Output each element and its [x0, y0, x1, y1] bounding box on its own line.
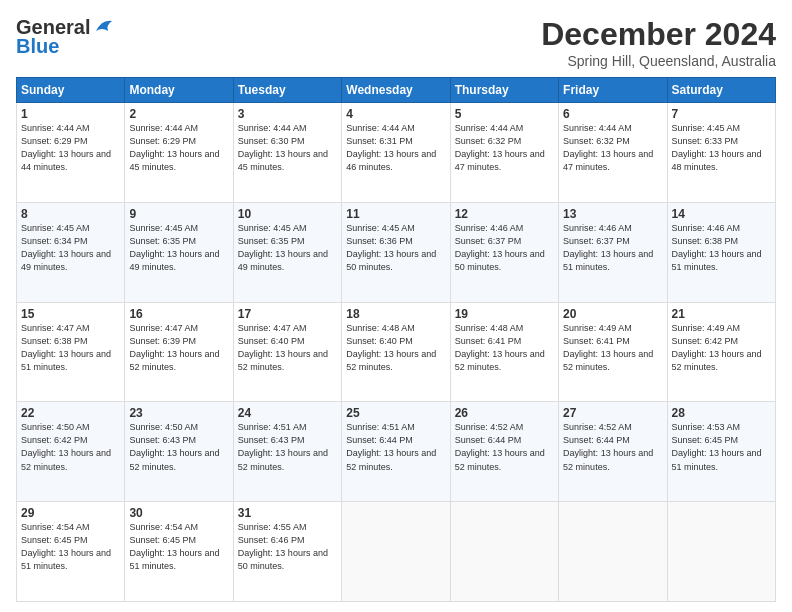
calendar-cell: 7 Sunrise: 4:45 AMSunset: 6:33 PMDayligh…	[667, 103, 775, 203]
day-number: 10	[238, 207, 337, 221]
calendar-cell: 24 Sunrise: 4:51 AMSunset: 6:43 PMDaylig…	[233, 402, 341, 502]
day-info: Sunrise: 4:53 AMSunset: 6:45 PMDaylight:…	[672, 422, 762, 471]
calendar-header-tuesday: Tuesday	[233, 78, 341, 103]
calendar-week-3: 15 Sunrise: 4:47 AMSunset: 6:38 PMDaylig…	[17, 302, 776, 402]
calendar-cell	[667, 502, 775, 602]
day-info: Sunrise: 4:50 AMSunset: 6:42 PMDaylight:…	[21, 422, 111, 471]
calendar-cell: 18 Sunrise: 4:48 AMSunset: 6:40 PMDaylig…	[342, 302, 450, 402]
main-title: December 2024	[541, 16, 776, 53]
calendar-cell: 31 Sunrise: 4:55 AMSunset: 6:46 PMDaylig…	[233, 502, 341, 602]
day-number: 8	[21, 207, 120, 221]
day-info: Sunrise: 4:52 AMSunset: 6:44 PMDaylight:…	[455, 422, 545, 471]
calendar-cell	[559, 502, 667, 602]
day-number: 31	[238, 506, 337, 520]
calendar-cell: 8 Sunrise: 4:45 AMSunset: 6:34 PMDayligh…	[17, 202, 125, 302]
calendar-cell: 17 Sunrise: 4:47 AMSunset: 6:40 PMDaylig…	[233, 302, 341, 402]
day-info: Sunrise: 4:47 AMSunset: 6:38 PMDaylight:…	[21, 323, 111, 372]
day-number: 7	[672, 107, 771, 121]
calendar-cell: 13 Sunrise: 4:46 AMSunset: 6:37 PMDaylig…	[559, 202, 667, 302]
calendar-cell: 21 Sunrise: 4:49 AMSunset: 6:42 PMDaylig…	[667, 302, 775, 402]
calendar-cell: 10 Sunrise: 4:45 AMSunset: 6:35 PMDaylig…	[233, 202, 341, 302]
day-number: 28	[672, 406, 771, 420]
calendar-header-sunday: Sunday	[17, 78, 125, 103]
day-number: 14	[672, 207, 771, 221]
day-number: 3	[238, 107, 337, 121]
logo-blue: Blue	[16, 35, 59, 58]
day-info: Sunrise: 4:44 AMSunset: 6:30 PMDaylight:…	[238, 123, 328, 172]
day-info: Sunrise: 4:44 AMSunset: 6:32 PMDaylight:…	[455, 123, 545, 172]
calendar-header-saturday: Saturday	[667, 78, 775, 103]
day-number: 27	[563, 406, 662, 420]
day-number: 5	[455, 107, 554, 121]
day-info: Sunrise: 4:47 AMSunset: 6:40 PMDaylight:…	[238, 323, 328, 372]
day-info: Sunrise: 4:54 AMSunset: 6:45 PMDaylight:…	[129, 522, 219, 571]
calendar-week-1: 1 Sunrise: 4:44 AMSunset: 6:29 PMDayligh…	[17, 103, 776, 203]
calendar-cell: 6 Sunrise: 4:44 AMSunset: 6:32 PMDayligh…	[559, 103, 667, 203]
day-number: 30	[129, 506, 228, 520]
calendar-header-thursday: Thursday	[450, 78, 558, 103]
day-info: Sunrise: 4:50 AMSunset: 6:43 PMDaylight:…	[129, 422, 219, 471]
calendar-cell: 11 Sunrise: 4:45 AMSunset: 6:36 PMDaylig…	[342, 202, 450, 302]
calendar-cell: 16 Sunrise: 4:47 AMSunset: 6:39 PMDaylig…	[125, 302, 233, 402]
header: General Blue December 2024 Spring Hill, …	[16, 16, 776, 69]
day-info: Sunrise: 4:46 AMSunset: 6:37 PMDaylight:…	[455, 223, 545, 272]
calendar-cell: 5 Sunrise: 4:44 AMSunset: 6:32 PMDayligh…	[450, 103, 558, 203]
day-info: Sunrise: 4:46 AMSunset: 6:37 PMDaylight:…	[563, 223, 653, 272]
calendar-header-friday: Friday	[559, 78, 667, 103]
day-number: 22	[21, 406, 120, 420]
day-info: Sunrise: 4:51 AMSunset: 6:44 PMDaylight:…	[346, 422, 436, 471]
calendar-week-5: 29 Sunrise: 4:54 AMSunset: 6:45 PMDaylig…	[17, 502, 776, 602]
day-number: 9	[129, 207, 228, 221]
day-info: Sunrise: 4:52 AMSunset: 6:44 PMDaylight:…	[563, 422, 653, 471]
calendar-cell: 28 Sunrise: 4:53 AMSunset: 6:45 PMDaylig…	[667, 402, 775, 502]
day-number: 29	[21, 506, 120, 520]
calendar-cell: 3 Sunrise: 4:44 AMSunset: 6:30 PMDayligh…	[233, 103, 341, 203]
title-block: December 2024 Spring Hill, Queensland, A…	[541, 16, 776, 69]
day-number: 26	[455, 406, 554, 420]
day-info: Sunrise: 4:49 AMSunset: 6:41 PMDaylight:…	[563, 323, 653, 372]
calendar-cell: 4 Sunrise: 4:44 AMSunset: 6:31 PMDayligh…	[342, 103, 450, 203]
day-info: Sunrise: 4:48 AMSunset: 6:40 PMDaylight:…	[346, 323, 436, 372]
calendar-header-wednesday: Wednesday	[342, 78, 450, 103]
day-number: 25	[346, 406, 445, 420]
logo: General Blue	[16, 16, 114, 58]
day-info: Sunrise: 4:44 AMSunset: 6:29 PMDaylight:…	[21, 123, 111, 172]
day-number: 21	[672, 307, 771, 321]
logo-bird-icon	[92, 17, 114, 35]
day-number: 2	[129, 107, 228, 121]
calendar-cell: 27 Sunrise: 4:52 AMSunset: 6:44 PMDaylig…	[559, 402, 667, 502]
day-info: Sunrise: 4:48 AMSunset: 6:41 PMDaylight:…	[455, 323, 545, 372]
calendar-table: SundayMondayTuesdayWednesdayThursdayFrid…	[16, 77, 776, 602]
calendar-cell: 20 Sunrise: 4:49 AMSunset: 6:41 PMDaylig…	[559, 302, 667, 402]
calendar-cell: 1 Sunrise: 4:44 AMSunset: 6:29 PMDayligh…	[17, 103, 125, 203]
day-number: 4	[346, 107, 445, 121]
calendar-cell: 23 Sunrise: 4:50 AMSunset: 6:43 PMDaylig…	[125, 402, 233, 502]
calendar-cell: 14 Sunrise: 4:46 AMSunset: 6:38 PMDaylig…	[667, 202, 775, 302]
calendar-week-4: 22 Sunrise: 4:50 AMSunset: 6:42 PMDaylig…	[17, 402, 776, 502]
calendar-cell: 30 Sunrise: 4:54 AMSunset: 6:45 PMDaylig…	[125, 502, 233, 602]
day-info: Sunrise: 4:55 AMSunset: 6:46 PMDaylight:…	[238, 522, 328, 571]
day-number: 16	[129, 307, 228, 321]
calendar-cell: 12 Sunrise: 4:46 AMSunset: 6:37 PMDaylig…	[450, 202, 558, 302]
day-number: 12	[455, 207, 554, 221]
day-info: Sunrise: 4:44 AMSunset: 6:31 PMDaylight:…	[346, 123, 436, 172]
calendar-cell: 15 Sunrise: 4:47 AMSunset: 6:38 PMDaylig…	[17, 302, 125, 402]
day-number: 23	[129, 406, 228, 420]
day-info: Sunrise: 4:45 AMSunset: 6:33 PMDaylight:…	[672, 123, 762, 172]
day-info: Sunrise: 4:49 AMSunset: 6:42 PMDaylight:…	[672, 323, 762, 372]
day-info: Sunrise: 4:45 AMSunset: 6:35 PMDaylight:…	[238, 223, 328, 272]
day-number: 24	[238, 406, 337, 420]
calendar-cell	[342, 502, 450, 602]
day-info: Sunrise: 4:54 AMSunset: 6:45 PMDaylight:…	[21, 522, 111, 571]
day-number: 13	[563, 207, 662, 221]
day-info: Sunrise: 4:51 AMSunset: 6:43 PMDaylight:…	[238, 422, 328, 471]
day-number: 19	[455, 307, 554, 321]
day-info: Sunrise: 4:44 AMSunset: 6:32 PMDaylight:…	[563, 123, 653, 172]
subtitle: Spring Hill, Queensland, Australia	[541, 53, 776, 69]
calendar-cell: 26 Sunrise: 4:52 AMSunset: 6:44 PMDaylig…	[450, 402, 558, 502]
calendar-cell: 9 Sunrise: 4:45 AMSunset: 6:35 PMDayligh…	[125, 202, 233, 302]
calendar-week-2: 8 Sunrise: 4:45 AMSunset: 6:34 PMDayligh…	[17, 202, 776, 302]
calendar-header-row: SundayMondayTuesdayWednesdayThursdayFrid…	[17, 78, 776, 103]
day-info: Sunrise: 4:45 AMSunset: 6:36 PMDaylight:…	[346, 223, 436, 272]
day-number: 1	[21, 107, 120, 121]
